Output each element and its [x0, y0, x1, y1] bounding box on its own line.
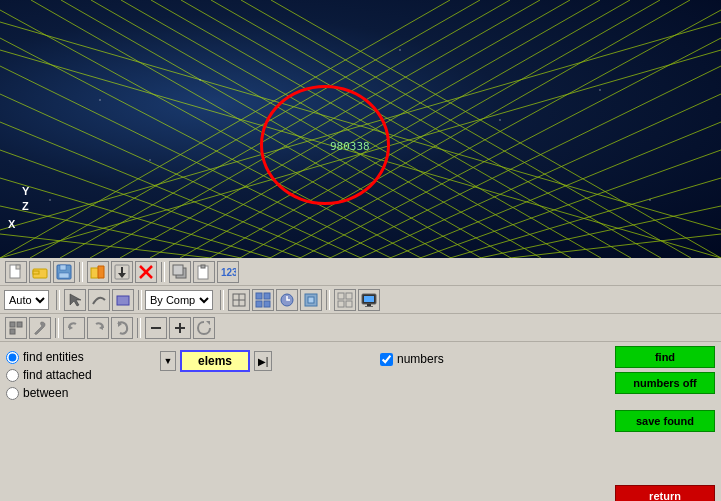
delete-button[interactable]: [135, 261, 157, 283]
svg-line-25: [181, 0, 631, 258]
svg-line-10: [240, 0, 690, 258]
grid-btn[interactable]: [334, 289, 356, 311]
svg-rect-81: [346, 301, 352, 307]
svg-rect-67: [117, 296, 129, 305]
svg-rect-87: [17, 322, 22, 327]
paste-button[interactable]: [193, 261, 215, 283]
display-btn[interactable]: [276, 289, 298, 311]
new-button[interactable]: [5, 261, 27, 283]
mesh-btn[interactable]: [228, 289, 250, 311]
reset-btn[interactable]: [193, 317, 215, 339]
radio-find-entities[interactable]: find entities: [6, 350, 92, 364]
radio-find-attached[interactable]: find attached: [6, 368, 92, 382]
svg-rect-79: [346, 293, 352, 299]
numbers-label: numbers: [397, 352, 444, 366]
elems-area: ▼ elems ▶|: [160, 350, 272, 372]
svg-rect-83: [364, 296, 374, 302]
svg-rect-86: [10, 322, 15, 327]
wrench-btn[interactable]: [29, 317, 51, 339]
copy-button[interactable]: [169, 261, 191, 283]
svg-line-2: [0, 0, 450, 258]
axis-z-label: Z: [22, 200, 29, 212]
elems-nav-btn[interactable]: ▶|: [254, 351, 272, 371]
by-comp-select[interactable]: By Comp: [145, 290, 213, 310]
numbers-checkbox[interactable]: [380, 353, 393, 366]
svg-rect-54: [59, 273, 69, 278]
svg-rect-51: [33, 271, 39, 274]
svg-line-22: [271, 0, 721, 258]
separator-4: [138, 290, 142, 310]
separator-8: [137, 318, 141, 338]
svg-line-30: [31, 0, 481, 258]
svg-point-46: [49, 199, 51, 201]
separator-2: [161, 262, 165, 282]
axis-y-label: Y: [22, 185, 29, 197]
svg-line-28: [91, 0, 541, 258]
svg-point-41: [199, 79, 201, 81]
mesh2-btn[interactable]: [252, 289, 274, 311]
radio-find-attached-input[interactable]: [6, 369, 19, 382]
separator-6: [326, 290, 330, 310]
toolbar-row-3: [0, 314, 721, 342]
svg-point-40: [99, 99, 101, 101]
svg-line-26: [151, 0, 601, 258]
auto-select[interactable]: Auto: [4, 290, 49, 310]
radio-between[interactable]: between: [6, 386, 92, 400]
radio-find-entities-label: find entities: [23, 350, 84, 364]
svg-rect-78: [338, 293, 344, 299]
svg-line-36: [0, 150, 301, 258]
svg-rect-74: [264, 301, 270, 307]
svg-marker-56: [98, 266, 104, 278]
select-btn[interactable]: [64, 289, 86, 311]
radio-group: find entities find attached between: [6, 350, 92, 404]
return-button[interactable]: return: [615, 485, 715, 501]
curve-btn[interactable]: [88, 289, 110, 311]
settings-btn[interactable]: [5, 317, 27, 339]
minus-btn[interactable]: [145, 317, 167, 339]
separator-7: [55, 318, 59, 338]
bottom-panel: find entities find attached between ▼ el…: [0, 342, 721, 501]
save-button[interactable]: [53, 261, 75, 283]
numbers-area: numbers: [380, 352, 444, 366]
svg-line-6: [120, 0, 570, 258]
surface-btn[interactable]: [112, 289, 134, 311]
svg-line-5: [90, 0, 540, 258]
svg-rect-53: [60, 265, 66, 270]
radio-between-input[interactable]: [6, 387, 19, 400]
numbering-button[interactable]: 123: [217, 261, 239, 283]
save-found-button[interactable]: save found: [615, 410, 715, 432]
import-button[interactable]: [87, 261, 109, 283]
svg-point-44: [599, 89, 601, 91]
plus-btn[interactable]: [169, 317, 191, 339]
separator-1: [79, 262, 83, 282]
numbers-off-button[interactable]: numbers off: [615, 372, 715, 394]
svg-rect-88: [10, 329, 15, 334]
svg-line-27: [121, 0, 571, 258]
solid-btn[interactable]: [300, 289, 322, 311]
svg-marker-95: [206, 321, 210, 325]
undo-btn[interactable]: [63, 317, 85, 339]
monitor-btn[interactable]: [358, 289, 380, 311]
rotate-btn[interactable]: [111, 317, 133, 339]
svg-rect-80: [338, 301, 344, 307]
elems-box: elems: [180, 350, 250, 372]
redo-btn[interactable]: [87, 317, 109, 339]
svg-rect-49: [16, 265, 20, 269]
svg-line-3: [30, 0, 480, 258]
node-number-label: 980338: [330, 140, 370, 153]
svg-point-43: [499, 119, 501, 121]
svg-rect-65: [201, 265, 205, 268]
export-button[interactable]: [111, 261, 133, 283]
right-buttons: find numbers off save found: [615, 346, 715, 432]
svg-rect-92: [151, 327, 161, 329]
open-button[interactable]: [29, 261, 51, 283]
svg-marker-90: [99, 325, 103, 330]
find-button[interactable]: find: [615, 346, 715, 368]
svg-rect-77: [308, 297, 314, 303]
svg-rect-71: [256, 293, 262, 299]
separator-5: [220, 290, 224, 310]
svg-rect-84: [367, 304, 371, 306]
elems-dropdown-arrow[interactable]: ▼: [160, 351, 176, 371]
radio-find-entities-input[interactable]: [6, 351, 19, 364]
toolbar-row-1: 123: [0, 258, 721, 286]
